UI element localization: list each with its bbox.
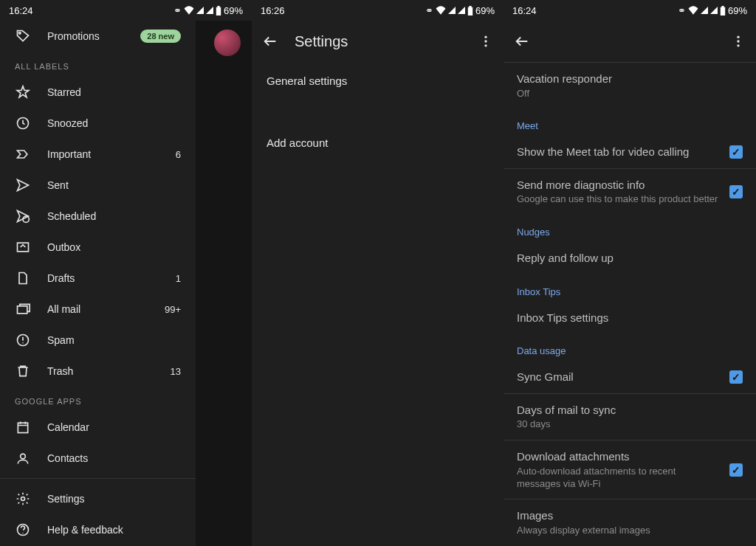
row-title: Days of mail to sync bbox=[517, 403, 743, 418]
sidebar-item-label: Trash bbox=[47, 365, 154, 377]
settings-row-sync[interactable]: Sync Gmail ✓ bbox=[504, 361, 756, 393]
sidebar-item-label: Help & feedback bbox=[47, 524, 181, 536]
status-icons: ⚭ 69% bbox=[173, 5, 243, 16]
settings-row-vacation[interactable]: Vacation responder Off bbox=[504, 63, 756, 108]
send-icon bbox=[15, 177, 31, 193]
overflow-menu-icon[interactable] bbox=[478, 34, 493, 49]
settings-row-days[interactable]: Days of mail to sync 30 days bbox=[504, 394, 756, 440]
count: 13 bbox=[171, 366, 181, 377]
sidebar-item-sent[interactable]: Sent bbox=[0, 170, 196, 201]
settings-item-general[interactable]: General settings bbox=[252, 62, 504, 99]
wifi-icon bbox=[184, 6, 194, 15]
row-title: Images bbox=[517, 508, 743, 523]
sidebar-item-label: Promotions bbox=[47, 30, 124, 42]
stack-icon bbox=[15, 301, 31, 317]
settings-row-download[interactable]: Download attachments Auto-download attac… bbox=[504, 440, 756, 499]
sidebar-item-scheduled[interactable]: Scheduled bbox=[0, 201, 196, 232]
svg-point-13 bbox=[484, 44, 487, 46]
section-header: Data usage bbox=[504, 334, 756, 361]
status-bar: 16:24 ⚭ 69% bbox=[0, 0, 252, 21]
back-button[interactable] bbox=[514, 33, 530, 49]
section-header: ALL LABELS bbox=[0, 52, 196, 77]
signal-icon bbox=[206, 6, 213, 15]
svg-point-12 bbox=[484, 40, 487, 42]
sidebar-item-allmail[interactable]: All mail 99+ bbox=[0, 294, 196, 325]
status-icons: ⚭ 69% bbox=[678, 5, 747, 16]
svg-point-15 bbox=[737, 40, 739, 42]
sidebar-item-label: Outbox bbox=[47, 241, 181, 253]
battery-text: 69% bbox=[224, 5, 243, 16]
svg-point-1 bbox=[19, 32, 21, 35]
settings-row-nudges[interactable]: Reply and follow up bbox=[504, 242, 756, 274]
badge: 28 new bbox=[140, 30, 181, 43]
contacts-icon bbox=[15, 450, 31, 466]
settings-row-tips[interactable]: Inbox Tips settings bbox=[504, 302, 756, 334]
sidebar-item-label: Scheduled bbox=[47, 210, 181, 222]
sidebar-item-help[interactable]: Help & feedback bbox=[0, 514, 196, 545]
sidebar-item-label: Calendar bbox=[47, 421, 181, 433]
svg-point-8 bbox=[21, 454, 26, 459]
sidebar-item-starred[interactable]: Starred bbox=[0, 77, 196, 108]
battery-text: 69% bbox=[728, 5, 747, 16]
spam-icon bbox=[15, 332, 31, 348]
signal-icon bbox=[196, 6, 204, 15]
status-bar: 16:26 ⚭ 69% bbox=[252, 0, 504, 21]
sidebar-item-drafts[interactable]: Drafts 1 bbox=[0, 263, 196, 294]
schedule-icon bbox=[15, 208, 31, 224]
sidebar-item-label: All mail bbox=[47, 303, 148, 315]
trash-icon bbox=[15, 363, 31, 379]
section-header: Meet bbox=[504, 108, 756, 136]
sidebar-item-calendar[interactable]: Calendar bbox=[0, 412, 196, 443]
outbox-icon bbox=[15, 239, 31, 255]
checkbox-icon[interactable]: ✓ bbox=[729, 145, 743, 159]
status-bar: 16:24 ⚭ 69% bbox=[504, 0, 756, 21]
row-title: Download attachments bbox=[517, 449, 721, 464]
checkbox-icon[interactable]: ✓ bbox=[729, 463, 743, 477]
battery-icon bbox=[720, 6, 726, 15]
avatar[interactable] bbox=[214, 30, 241, 56]
svg-rect-5 bbox=[18, 306, 27, 314]
checkbox-icon[interactable]: ✓ bbox=[729, 185, 743, 198]
sidebar-item-important[interactable]: Important 6 bbox=[0, 139, 196, 170]
svg-point-16 bbox=[737, 44, 739, 46]
row-subtitle: Always display external images bbox=[517, 525, 743, 537]
row-subtitle: Auto-download attachments to recent mess… bbox=[517, 466, 721, 491]
section-header: GOOGLE APPS bbox=[0, 387, 196, 412]
sidebar-item-outbox[interactable]: Outbox bbox=[0, 232, 196, 263]
settings-row-meet[interactable]: Show the Meet tab for video calling ✓ bbox=[504, 136, 756, 168]
sidebar-item-label: Starred bbox=[47, 86, 165, 98]
sidebar-item-spam[interactable]: Spam bbox=[0, 325, 196, 356]
drawer-panel: 16:24 ⚭ 69% Promotions 28 new bbox=[0, 0, 252, 546]
sidebar-item-label: Drafts bbox=[47, 272, 159, 284]
gear-icon bbox=[15, 491, 31, 507]
checkbox-icon[interactable]: ✓ bbox=[729, 370, 743, 384]
settings-row-images[interactable]: Images Always display external images bbox=[504, 500, 756, 545]
app-bar: Settings bbox=[252, 21, 504, 62]
settings-item-add-account[interactable]: Add account bbox=[252, 124, 504, 161]
signal-icon bbox=[701, 6, 708, 15]
sidebar-item-promotions[interactable]: Promotions 28 new bbox=[0, 21, 196, 52]
back-button[interactable] bbox=[262, 33, 278, 49]
vpn-icon: ⚭ bbox=[173, 5, 182, 16]
sidebar-item-trash[interactable]: Trash 13 bbox=[0, 356, 196, 387]
content-backdrop bbox=[196, 21, 252, 546]
sidebar-item-label: Settings bbox=[47, 493, 181, 505]
row-title: Reply and follow up bbox=[517, 251, 743, 266]
count: 1 bbox=[176, 273, 181, 284]
row-title: Sync Gmail bbox=[517, 370, 721, 384]
row-subtitle: 30 days bbox=[517, 418, 743, 431]
important-icon bbox=[15, 146, 31, 162]
sidebar-item-contacts[interactable]: Contacts bbox=[0, 443, 196, 474]
row-subtitle: Google can use this to make this product… bbox=[517, 193, 721, 206]
wifi-icon bbox=[436, 6, 446, 15]
divider bbox=[0, 478, 196, 479]
sidebar-item-label: Spam bbox=[47, 334, 181, 346]
signal-icon bbox=[448, 6, 456, 15]
signal-icon bbox=[710, 6, 718, 15]
overflow-menu-icon[interactable] bbox=[731, 34, 746, 49]
settings-row-diagnostic[interactable]: Send more diagnostic info Google can use… bbox=[504, 169, 756, 215]
row-title: Vacation responder bbox=[517, 72, 743, 86]
star-icon bbox=[15, 84, 31, 100]
sidebar-item-settings[interactable]: Settings bbox=[0, 483, 196, 514]
sidebar-item-snoozed[interactable]: Snoozed bbox=[0, 108, 196, 139]
